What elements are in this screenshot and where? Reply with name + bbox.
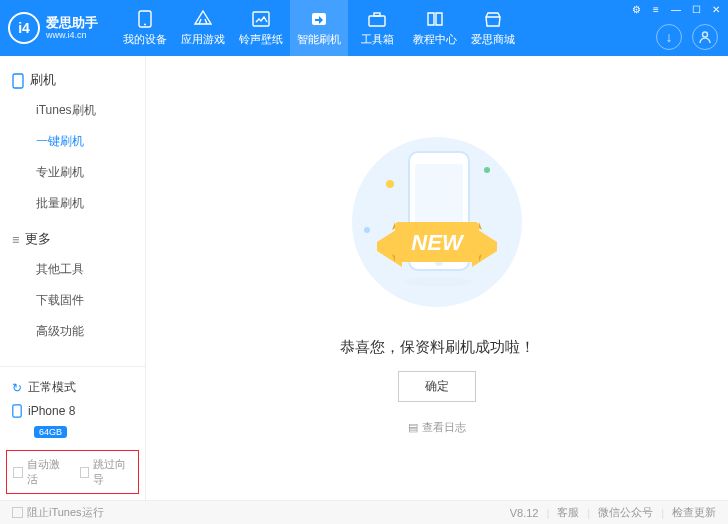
svg-rect-8 <box>13 405 21 417</box>
log-icon: ▤ <box>408 421 418 434</box>
sidebar: 刷机 iTunes刷机 一键刷机 专业刷机 批量刷机 ≡ 更多 其他工具 下载固… <box>0 56 146 500</box>
logo-icon: i4 <box>8 12 40 44</box>
svg-point-1 <box>144 23 146 25</box>
options-highlight-box: 自动激活 跳过向导 <box>6 450 139 494</box>
more-icon: ≡ <box>12 233 19 247</box>
phone-icon <box>12 73 24 89</box>
nav-ringtones[interactable]: 铃声壁纸 <box>232 0 290 56</box>
window-controls: ⚙ ≡ — ☐ ✕ <box>628 2 724 16</box>
maximize-icon[interactable]: ☐ <box>688 2 704 16</box>
label: 自动激活 <box>27 457 66 487</box>
download-button[interactable]: ↓ <box>656 24 682 50</box>
store-icon <box>484 10 502 28</box>
section-title: 刷机 <box>30 72 56 89</box>
svg-point-6 <box>703 32 708 37</box>
sidebar-item-pro-flash[interactable]: 专业刷机 <box>0 157 145 188</box>
sidebar-item-itunes-flash[interactable]: iTunes刷机 <box>0 95 145 126</box>
apps-icon <box>194 10 212 28</box>
sidebar-section-more[interactable]: ≡ 更多 <box>0 225 145 254</box>
label: 查看日志 <box>422 420 466 435</box>
status-mode: ↻ 正常模式 <box>12 375 133 400</box>
nav-label: 铃声壁纸 <box>239 32 283 47</box>
settings-icon[interactable]: ⚙ <box>628 2 644 16</box>
svg-rect-7 <box>13 74 23 88</box>
svg-point-18 <box>405 277 473 287</box>
nav-smart-flash[interactable]: 智能刷机 <box>290 0 348 56</box>
wechat-link[interactable]: 微信公众号 <box>598 505 653 520</box>
device-icon <box>12 404 22 418</box>
svg-text:NEW: NEW <box>411 230 465 255</box>
svg-rect-5 <box>374 13 380 16</box>
svg-rect-4 <box>369 16 385 26</box>
user-button[interactable] <box>692 24 718 50</box>
nav-tutorials[interactable]: 教程中心 <box>406 0 464 56</box>
brand-subtitle: www.i4.cn <box>46 30 98 41</box>
nav-label: 教程中心 <box>413 32 457 47</box>
skip-guide-checkbox[interactable]: 跳过向导 <box>80 457 133 487</box>
svg-point-10 <box>386 180 394 188</box>
footer: 阻止iTunes运行 V8.12 | 客服 | 微信公众号 | 检查更新 <box>0 500 728 524</box>
sidebar-item-advanced[interactable]: 高级功能 <box>0 316 145 347</box>
ok-button[interactable]: 确定 <box>398 371 476 402</box>
sidebar-item-oneclick-flash[interactable]: 一键刷机 <box>0 126 145 157</box>
toolbox-icon <box>368 10 386 28</box>
minimize-icon[interactable]: — <box>668 2 684 16</box>
nav-store[interactable]: 爱思商城 <box>464 0 522 56</box>
nav-label: 智能刷机 <box>297 32 341 47</box>
svg-rect-2 <box>253 12 269 26</box>
success-illustration: NEW <box>337 122 537 322</box>
nav-label: 应用游戏 <box>181 32 225 47</box>
device-label: iPhone 8 <box>28 404 75 418</box>
top-nav: 我的设备 应用游戏 铃声壁纸 智能刷机 工具箱 教程中心 爱思商城 <box>116 0 522 56</box>
wallpaper-icon <box>252 10 270 28</box>
status-device: iPhone 8 <box>12 400 133 422</box>
svg-point-11 <box>484 167 490 173</box>
refresh-icon: ↻ <box>12 381 22 395</box>
block-itunes-checkbox[interactable]: 阻止iTunes运行 <box>12 505 104 520</box>
sidebar-status: ↻ 正常模式 iPhone 8 64GB <box>0 366 145 446</box>
svg-point-12 <box>364 227 370 233</box>
book-icon <box>426 10 444 28</box>
flash-icon <box>310 10 328 28</box>
nav-toolbox[interactable]: 工具箱 <box>348 0 406 56</box>
nav-apps-games[interactable]: 应用游戏 <box>174 0 232 56</box>
close-icon[interactable]: ✕ <box>708 2 724 16</box>
success-message: 恭喜您，保资料刷机成功啦！ <box>337 338 537 357</box>
phone-icon <box>136 10 154 28</box>
mode-label: 正常模式 <box>28 379 76 396</box>
view-log-link[interactable]: ▤ 查看日志 <box>337 420 537 435</box>
logo-area: i4 爱思助手 www.i4.cn <box>8 12 98 44</box>
nav-my-device[interactable]: 我的设备 <box>116 0 174 56</box>
sidebar-section-flash[interactable]: 刷机 <box>0 66 145 95</box>
sidebar-item-other-tools[interactable]: 其他工具 <box>0 254 145 285</box>
version-label: V8.12 <box>510 507 539 519</box>
support-link[interactable]: 客服 <box>557 505 579 520</box>
sidebar-item-batch-flash[interactable]: 批量刷机 <box>0 188 145 219</box>
header-right-buttons: ↓ <box>656 24 718 50</box>
header: i4 爱思助手 www.i4.cn 我的设备 应用游戏 铃声壁纸 智能刷机 工具… <box>0 0 728 56</box>
auto-activate-checkbox[interactable]: 自动激活 <box>13 457 66 487</box>
menu-icon[interactable]: ≡ <box>648 2 664 16</box>
section-title: 更多 <box>25 231 51 248</box>
sidebar-item-download-firmware[interactable]: 下载固件 <box>0 285 145 316</box>
storage-badge: 64GB <box>34 426 67 438</box>
nav-label: 我的设备 <box>123 32 167 47</box>
nav-label: 工具箱 <box>361 32 394 47</box>
label: 阻止iTunes运行 <box>27 505 104 520</box>
nav-label: 爱思商城 <box>471 32 515 47</box>
check-update-link[interactable]: 检查更新 <box>672 505 716 520</box>
brand-title: 爱思助手 <box>46 15 98 31</box>
label: 跳过向导 <box>93 457 132 487</box>
main-content: NEW 恭喜您，保资料刷机成功啦！ 确定 ▤ 查看日志 <box>146 56 728 500</box>
